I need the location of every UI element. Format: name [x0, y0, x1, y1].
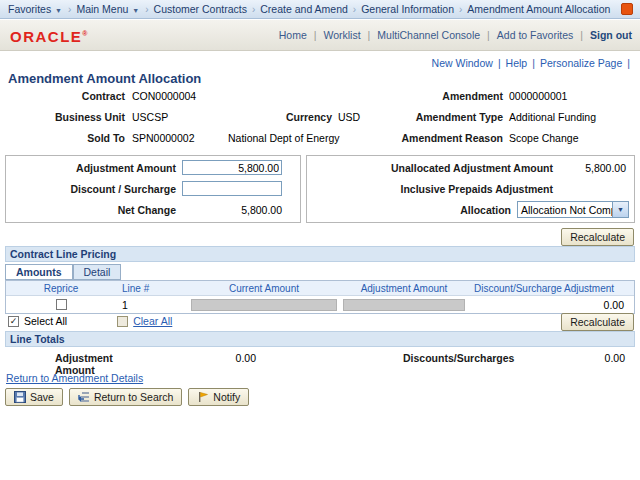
breadcrumb-separator: › [65, 4, 74, 15]
tab-detail[interactable]: Detail [73, 264, 122, 280]
pricing-grid: Reprice Line # Current Amount Adjustment… [5, 280, 635, 314]
business-unit-label: Business Unit [0, 111, 125, 123]
contract-label: Contract [0, 90, 125, 102]
new-window-link[interactable]: New Window [432, 57, 493, 69]
sign-out-link[interactable]: Sign out [590, 29, 632, 41]
reprice-checkbox[interactable] [56, 299, 67, 310]
page-toolbar: Save Return to Search Notify [5, 388, 249, 406]
currency-value: USD [338, 111, 360, 123]
reprice-column-header: Reprice [6, 283, 116, 294]
page-action-links: New Window | Help | Personalize Page | [432, 57, 630, 69]
return-to-search-button[interactable]: Return to Search [69, 388, 182, 406]
breadcrumb-separator: › [456, 4, 465, 15]
inclusive-prepaids-label: Inclusive Prepaids Adjustment [307, 183, 553, 195]
discount-surcharge-input[interactable] [182, 181, 282, 196]
allocation-group-box: Unallocated Adjustment Amount 5,800.00 I… [306, 155, 635, 223]
return-to-amendment-details-link[interactable]: Return to Amendment Details [6, 372, 143, 384]
header-links: Home | Worklist | MultiChannel Console |… [279, 29, 632, 41]
save-button[interactable]: Save [5, 388, 63, 406]
table-row: 1 0.00 [6, 296, 634, 313]
help-link[interactable]: Help [506, 57, 528, 69]
clear-all-link[interactable]: Clear All [133, 315, 172, 327]
multichannel-console-link[interactable]: MultiChannel Console [377, 29, 480, 41]
notify-button[interactable]: Notify [188, 388, 249, 406]
totals-adjustment-value: 0.00 [180, 352, 256, 364]
summary-fields: Contract CON0000004 Amendment 0000000001… [0, 90, 640, 154]
adjustment-amount-label: Adjustment Amount [6, 162, 176, 174]
link-separator: | [368, 29, 371, 41]
breadcrumb-item-current-page: Amendment Amount Allocation [465, 3, 612, 15]
grid-tabs: Amounts Detail [5, 264, 121, 280]
notify-label: Notify [213, 391, 240, 403]
amendment-value: 0000000001 [509, 90, 567, 102]
recalculate-button-2[interactable]: Recalculate [561, 313, 634, 331]
contract-line-pricing-header: Contract Line Pricing [5, 246, 635, 262]
recalculate-button[interactable]: Recalculate [561, 228, 634, 246]
page-content: New Window | Help | Personalize Page | A… [0, 52, 640, 480]
favorites-label: Favorites [8, 3, 51, 15]
select-all-label[interactable]: Select All [24, 315, 67, 327]
net-change-value: 5,800.00 [182, 204, 282, 216]
totals-discounts-label: Discounts/Surcharges [403, 352, 523, 364]
presence-status-icon [621, 3, 633, 15]
breadcrumb-item-create-and-amend[interactable]: Create and Amend [258, 3, 350, 15]
discount-surcharge-column-header: Discount/Surcharge Adjustment [468, 283, 634, 294]
link-separator: | [498, 57, 501, 69]
adjustment-amount-input[interactable] [182, 160, 282, 175]
discount-surcharge-cell: 0.00 [468, 299, 634, 311]
sold-to-name: National Dept of Energy [228, 132, 339, 144]
chevron-down-icon: ▼ [54, 7, 63, 14]
unallocated-adjustment-value: 5,800.00 [531, 162, 626, 174]
current-amount-column-header: Current Amount [188, 283, 340, 294]
page-title: Amendment Amount Allocation [8, 71, 201, 86]
worklist-link[interactable]: Worklist [323, 29, 360, 41]
favorites-menu[interactable]: Favorites ▼ [6, 3, 65, 15]
notify-icon [197, 391, 209, 403]
allocation-label: Allocation [307, 204, 511, 216]
adjustment-group-box: Adjustment Amount Discount / Surcharge N… [5, 155, 301, 223]
clear-all-icon[interactable] [117, 316, 128, 327]
amendment-reason-value: Scope Change [509, 132, 578, 144]
sold-to-value: SPN0000002 [132, 132, 194, 144]
link-separator: | [580, 29, 583, 41]
breadcrumb-item-customer-contracts[interactable]: Customer Contracts [152, 3, 249, 15]
current-amount-cell [191, 299, 337, 311]
save-icon [14, 391, 26, 403]
link-separator: | [532, 57, 535, 69]
select-all-checkbox[interactable]: ✓ [8, 316, 19, 327]
save-label: Save [30, 391, 54, 403]
breadcrumb-item-general-information[interactable]: General Information [359, 3, 456, 15]
home-link[interactable]: Home [279, 29, 307, 41]
add-to-favorites-link[interactable]: Add to Favorites [497, 29, 573, 41]
amendment-type-value: Additional Funding [509, 111, 596, 123]
return-to-search-label: Return to Search [94, 391, 173, 403]
main-menu[interactable]: Main Menu ▼ [74, 3, 142, 15]
link-separator: | [314, 29, 317, 41]
net-change-label: Net Change [6, 204, 176, 216]
breadcrumb-separator: › [249, 4, 258, 15]
tab-amounts[interactable]: Amounts [5, 264, 73, 280]
return-to-search-icon [78, 391, 90, 403]
chevron-down-icon[interactable]: ▼ [612, 202, 628, 217]
totals-discounts-value: 0.00 [545, 352, 625, 364]
link-separator: | [627, 57, 630, 69]
unallocated-adjustment-label: Unallocated Adjustment Amount [307, 162, 553, 174]
app-header: ORACLE® Home | Worklist | MultiChannel C… [0, 20, 640, 51]
business-unit-value: USCSP [132, 111, 168, 123]
allocation-select-value: Allocation Not Complete [518, 204, 612, 216]
link-separator: | [487, 29, 490, 41]
grid-header-row: Reprice Line # Current Amount Adjustment… [6, 281, 634, 296]
line-totals-row: Adjustment Amount 0.00 Discounts/Surchar… [0, 352, 640, 368]
breadcrumb-separator: › [350, 4, 359, 15]
breadcrumb-separator: › [142, 4, 151, 15]
sold-to-label: Sold To [0, 132, 125, 144]
chevron-down-icon: ▼ [131, 7, 140, 14]
allocation-select[interactable]: Allocation Not Complete ▼ [517, 201, 629, 218]
grid-actions: ✓ Select All Clear All [8, 315, 172, 327]
personalize-page-link[interactable]: Personalize Page [540, 57, 622, 69]
line-number-column-header: Line # [116, 283, 188, 294]
adjustment-amount-column-header: Adjustment Amount [340, 283, 468, 294]
oracle-logo: ORACLE® [10, 28, 89, 45]
amendment-label: Amendment [385, 90, 503, 102]
discount-surcharge-label: Discount / Surcharge [6, 183, 176, 195]
